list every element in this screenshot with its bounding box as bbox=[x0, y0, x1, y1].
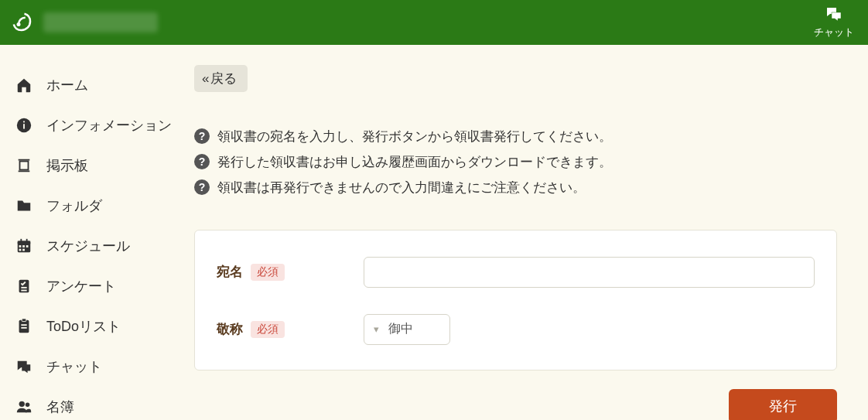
instruction-text: 発行した領収書はお申し込み履歴画面からダウンロードできます。 bbox=[217, 152, 612, 172]
submit-button[interactable]: 発行 bbox=[729, 389, 837, 420]
svg-rect-4 bbox=[20, 162, 29, 170]
sidebar-item-survey[interactable]: アンケート bbox=[0, 266, 182, 306]
sidebar-item-information[interactable]: インフォメーション bbox=[0, 105, 182, 145]
form-row-keisho: 敬称 必須 ▾ 御中 bbox=[217, 314, 815, 345]
svg-rect-7 bbox=[18, 241, 31, 244]
label-atena: 宛名 bbox=[217, 263, 243, 281]
svg-rect-14 bbox=[26, 239, 28, 242]
sidebar-item-label: 名簿 bbox=[46, 398, 74, 416]
sidebar-item-folder[interactable]: フォルダ bbox=[0, 186, 182, 226]
instruction-line: ?発行した領収書はお申し込み履歴画面からダウンロードできます。 bbox=[194, 152, 837, 172]
form-row-atena: 宛名 必須 bbox=[217, 257, 815, 288]
keisho-selected-value: 御中 bbox=[388, 321, 413, 337]
svg-point-0 bbox=[17, 22, 21, 26]
svg-rect-18 bbox=[19, 320, 29, 333]
sidebar-item-label: スケジュール bbox=[46, 237, 130, 255]
chevron-down-icon: ▾ bbox=[374, 323, 379, 335]
sidebar-item-chat[interactable]: チャット bbox=[0, 347, 182, 387]
svg-rect-2 bbox=[23, 124, 25, 128]
calendar-icon bbox=[14, 236, 34, 256]
sidebar-item-label: ホーム bbox=[46, 76, 88, 94]
clipboard-icon bbox=[14, 316, 34, 336]
actions: 発行 bbox=[194, 389, 837, 420]
brand-logo-icon bbox=[9, 9, 36, 36]
sidebar-item-todo[interactable]: ToDoリスト bbox=[0, 306, 182, 347]
instruction-text: 領収書は再発行できませんので入力間違えにご注意ください。 bbox=[217, 177, 586, 198]
instruction-line: ?領収書の宛名を入力し、発行ボタンから領収書発行してください。 bbox=[194, 126, 837, 147]
instruction-line: ?領収書は再発行できませんので入力間違えにご注意ください。 bbox=[194, 177, 837, 198]
info-icon bbox=[14, 115, 34, 135]
back-label: 戻る bbox=[210, 70, 237, 87]
question-icon: ? bbox=[194, 154, 210, 169]
sidebar-item-label: アンケート bbox=[46, 277, 116, 295]
question-icon: ? bbox=[194, 128, 210, 144]
svg-rect-11 bbox=[19, 249, 22, 251]
brand-name-redacted bbox=[43, 12, 158, 32]
sidebar-item-label: フォルダ bbox=[46, 196, 102, 215]
sidebar-item-label: チャット bbox=[46, 357, 102, 376]
header-chat-button[interactable]: チャット bbox=[814, 5, 854, 39]
svg-rect-13 bbox=[20, 239, 22, 242]
sidebar-item-label: 掲示板 bbox=[46, 156, 88, 175]
instruction-text: 領収書の宛名を入力し、発行ボタンから領収書発行してください。 bbox=[217, 126, 612, 147]
svg-rect-8 bbox=[19, 245, 22, 248]
top-bar: チャット bbox=[0, 0, 868, 45]
home-icon bbox=[14, 75, 34, 95]
board-icon bbox=[14, 155, 34, 176]
svg-point-23 bbox=[26, 403, 30, 408]
back-button[interactable]: « 戻る bbox=[194, 65, 248, 92]
svg-rect-10 bbox=[26, 245, 29, 248]
sidebar-item-board[interactable]: 掲示板 bbox=[0, 145, 182, 186]
svg-rect-19 bbox=[22, 319, 26, 322]
sidebar-item-home[interactable]: ホーム bbox=[0, 65, 182, 105]
svg-point-22 bbox=[19, 401, 25, 407]
svg-rect-3 bbox=[23, 121, 25, 123]
form-card: 宛名 必須 敬称 必須 ▾ 御中 bbox=[194, 230, 837, 370]
sidebar: ホームインフォメーション掲示板フォルダスケジュールアンケートToDoリストチャッ… bbox=[0, 45, 182, 420]
sidebar-item-members[interactable]: 名簿 bbox=[0, 387, 182, 420]
svg-rect-20 bbox=[21, 324, 26, 326]
svg-rect-12 bbox=[22, 249, 25, 251]
back-chevron-icon: « bbox=[202, 71, 209, 87]
required-badge: 必須 bbox=[251, 264, 285, 281]
chat-icon bbox=[823, 5, 845, 24]
sidebar-item-label: ToDoリスト bbox=[46, 317, 121, 336]
atena-input[interactable] bbox=[364, 257, 815, 288]
instructions: ?領収書の宛名を入力し、発行ボタンから領収書発行してください。?発行した領収書は… bbox=[194, 126, 837, 199]
keisho-select[interactable]: ▾ 御中 bbox=[364, 314, 450, 345]
survey-icon bbox=[14, 276, 34, 296]
main-content: « 戻る ?領収書の宛名を入力し、発行ボタンから領収書発行してください。?発行し… bbox=[182, 45, 868, 420]
folder-icon bbox=[14, 196, 34, 216]
members-icon bbox=[14, 397, 34, 417]
svg-rect-21 bbox=[21, 327, 26, 329]
brand bbox=[9, 9, 158, 36]
chat-icon bbox=[14, 357, 34, 377]
svg-rect-17 bbox=[21, 290, 26, 292]
sidebar-item-label: インフォメーション bbox=[46, 116, 172, 135]
header-chat-label: チャット bbox=[814, 26, 854, 39]
required-badge: 必須 bbox=[251, 321, 285, 338]
sidebar-item-schedule[interactable]: スケジュール bbox=[0, 226, 182, 266]
svg-rect-9 bbox=[22, 245, 25, 248]
svg-rect-16 bbox=[21, 287, 26, 289]
question-icon: ? bbox=[194, 179, 210, 195]
label-keisho: 敬称 bbox=[217, 320, 243, 338]
